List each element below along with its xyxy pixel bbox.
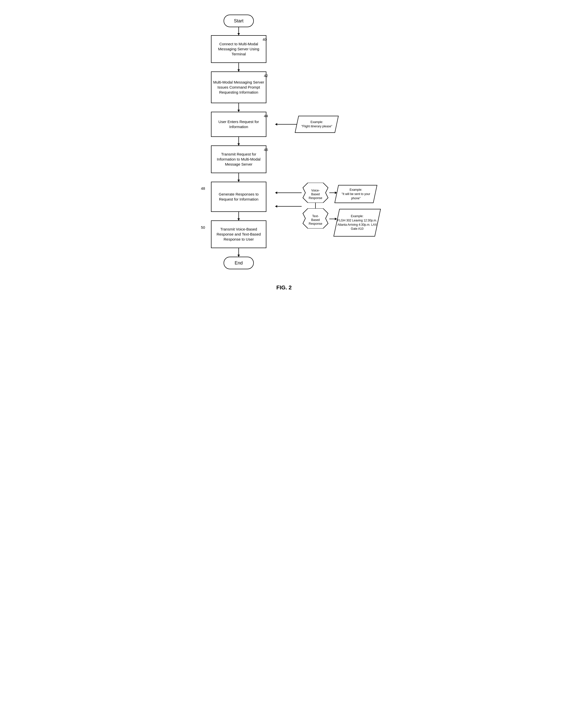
step44-box: User Enters Request for Information (211, 112, 266, 137)
step48-box: Generate Responses to Request for Inform… (211, 182, 266, 212)
svg-marker-11 (237, 218, 240, 220)
flowchart-diagram: Start 40 Connect to Multi-Modal Messagin… (186, 10, 382, 262)
end-node: End (223, 257, 254, 269)
example-para2-text: Example: "It will be sent to your phone" (337, 188, 375, 200)
svg-marker-21 (275, 205, 277, 208)
step40-box: Connect to Multi-Modal Messaging Server … (211, 35, 266, 63)
example-para1-text: Example: "Flight itinerary please" (302, 120, 332, 129)
step46-box: Transmit Request for Information to Mult… (211, 145, 266, 173)
svg-marker-13 (237, 255, 240, 257)
svg-marker-1 (237, 33, 240, 35)
svg-marker-7 (237, 143, 240, 145)
example-para1: Example: "Flight itinerary please" (295, 116, 339, 133)
svg-text:Text-: Text- (312, 214, 319, 218)
example-para2: Example: "It will be sent to your phone" (334, 185, 377, 203)
voice-hex-svg: Voice- Based Response (301, 183, 331, 203)
svg-marker-17 (275, 191, 277, 194)
svg-text:Based: Based (311, 218, 320, 222)
svg-marker-9 (237, 180, 240, 182)
svg-marker-5 (237, 110, 240, 112)
step48-label: 48 (201, 186, 205, 190)
svg-marker-15 (275, 123, 277, 126)
svg-text:Based: Based (311, 193, 320, 196)
example-para3-text: Example: FLGH 302 Leaving 12:30p.m. Atla… (337, 214, 378, 231)
svg-text:Response: Response (309, 196, 322, 200)
svg-text:Voice-: Voice- (311, 189, 320, 192)
step50-box: Transmit Voice-Based Response and Text-B… (211, 220, 266, 248)
svg-text:Response: Response (309, 222, 322, 225)
example-para3: Example: FLGH 302 Leaving 12:30p.m. Atla… (333, 209, 381, 237)
step42-box: Multi-Modal Messaging Server Issues Comm… (211, 71, 266, 103)
svg-marker-23 (335, 218, 337, 220)
start-node: Start (223, 15, 254, 27)
svg-marker-3 (237, 69, 240, 71)
text-hex-svg: Text- Based Response (301, 208, 331, 228)
step50-label: 50 (201, 225, 205, 229)
figure-caption: FIG. 2 (186, 284, 382, 291)
